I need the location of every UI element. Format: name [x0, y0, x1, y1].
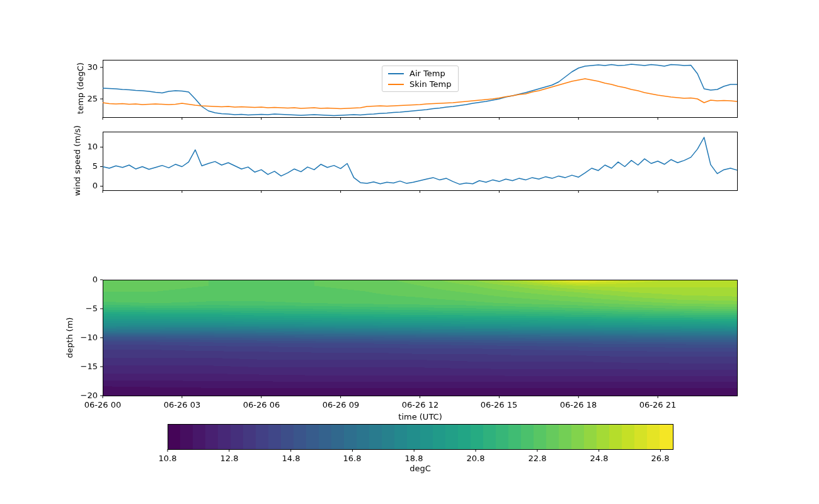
- colorbar-tick-label: 16.8: [343, 454, 362, 464]
- y-tick-label: −5: [0, 304, 98, 314]
- legend: Air Temp Skin Temp: [382, 66, 459, 92]
- colorbar-tick-label: 10.8: [159, 454, 177, 464]
- y-tick-label: −10: [0, 333, 98, 343]
- legend-item-air-temp: Air Temp: [388, 69, 452, 78]
- colorbar-label: degC: [410, 464, 431, 473]
- y-tick-label: 10: [0, 142, 98, 152]
- y-tick-label: 5: [0, 161, 98, 171]
- colorbar-tick-label: 18.8: [405, 454, 423, 464]
- x-tick-label: 06-26 18: [560, 400, 597, 410]
- y-tick-label: 0: [0, 275, 98, 285]
- colorbar-tick-label: 26.8: [651, 454, 670, 464]
- y-tick-label: 25: [0, 94, 98, 104]
- y-tick-label: −15: [0, 362, 98, 372]
- colorbar-tick-label: 14.8: [282, 454, 301, 464]
- figure: temp (degC) wind speed (m/s) depth (m) t…: [0, 0, 819, 504]
- skin-temp-line-swatch: [388, 84, 404, 85]
- y-tick-label: −20: [0, 391, 98, 401]
- y-tick-label: 30: [0, 62, 98, 72]
- x-tick-label: 06-26 00: [84, 400, 121, 410]
- colorbar-tick-label: 24.8: [590, 454, 609, 464]
- colorbar-tick-label: 22.8: [529, 454, 547, 464]
- x-tick-label: 06-26 03: [164, 400, 200, 410]
- y-tick-label: 0: [0, 181, 98, 191]
- x-tick-label: 06-26 09: [323, 400, 359, 410]
- colorbar-tick-label: 12.8: [220, 454, 239, 464]
- x-tick-label: 06-26 12: [402, 400, 438, 410]
- air-temp-line-swatch: [388, 73, 404, 74]
- time-x-axis-label: time (UTC): [398, 412, 442, 421]
- x-tick-label: 06-26 15: [481, 400, 517, 410]
- legend-item-skin-temp: Skin Temp: [388, 79, 452, 89]
- x-tick-label: 06-26 21: [639, 400, 676, 410]
- x-tick-label: 06-26 06: [243, 400, 280, 410]
- legend-label-skin-temp: Skin Temp: [410, 79, 451, 89]
- legend-label-air-temp: Air Temp: [410, 69, 445, 78]
- colorbar-tick-label: 20.8: [467, 454, 485, 464]
